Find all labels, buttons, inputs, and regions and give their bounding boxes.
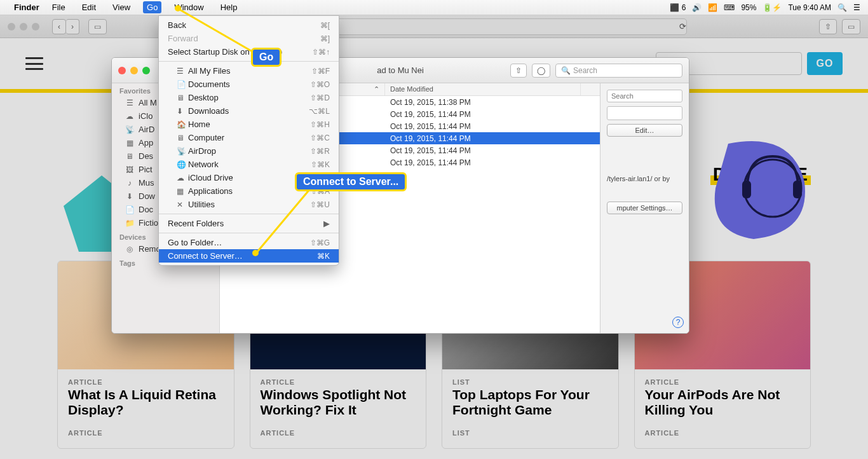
reload-icon[interactable]: ⟳ — [679, 22, 686, 31]
card-title: What Is A Liquid Retina Display? — [68, 387, 224, 418]
sidebar-icon: 📁 — [125, 219, 135, 228]
adobe-icon[interactable]: ⬛ 6 — [670, 3, 686, 12]
card-tag: ARTICLE — [645, 429, 801, 437]
safari-forward-button[interactable]: › — [66, 19, 79, 34]
tags-button[interactable]: ◯ — [532, 64, 550, 78]
place-icon: ☁ — [177, 174, 188, 182]
go-dropdown-menu: Back⌘[Forward⌘]Select Startup Disk on De… — [158, 15, 339, 266]
hamburger-icon[interactable] — [25, 57, 43, 70]
tabs-button[interactable]: ▭ — [842, 19, 860, 34]
svg-rect-1 — [742, 181, 751, 198]
card-tag: LIST — [452, 378, 608, 386]
svg-rect-2 — [793, 181, 802, 198]
sidebar-icon: 📡 — [125, 125, 135, 134]
share-button[interactable]: ⇧ — [819, 19, 837, 34]
finder-search-input[interactable]: 🔍Search — [555, 64, 682, 78]
place-icon: ⬇ — [177, 107, 188, 116]
share-button[interactable]: ⇧ — [510, 64, 527, 78]
clock[interactable]: Tue 9:40 AM — [788, 3, 831, 12]
sidebar-icon: 📄 — [125, 205, 135, 214]
place-icon: 📄 — [177, 80, 188, 89]
afp-path: /tylers-air.lan1/ or by — [607, 175, 682, 182]
menu-downloads[interactable]: ⬇Downloads⌥⌘L — [159, 104, 339, 118]
safari-traffic-lights[interactable] — [8, 23, 39, 31]
menu-computer[interactable]: 🖥Computer⇧⌘C — [159, 131, 339, 144]
menu-utilities[interactable]: ✕Utilities⇧⌘U — [159, 198, 339, 211]
menu-select-startup-disk-on-desktop[interactable]: Select Startup Disk on Desktop⇧⌘↑ — [159, 45, 339, 58]
sidebar-icon: ☰ — [125, 99, 135, 107]
app-name[interactable]: Finder — [14, 3, 39, 12]
menu-airdrop[interactable]: 📡AirDrop⇧⌘R — [159, 144, 339, 158]
finder-right-pane: Edit… /tylers-air.lan1/ or by mputer Set… — [600, 83, 689, 333]
col-date[interactable]: Date Modified — [385, 83, 581, 95]
finder-traffic-lights[interactable] — [118, 67, 150, 74]
wifi-icon[interactable]: 📶 — [708, 3, 717, 12]
place-icon: 🌐 — [177, 160, 188, 169]
pane-search-input[interactable] — [607, 90, 682, 102]
sidebar-icon: ♪ — [125, 179, 135, 188]
card-tag: ARTICLE — [261, 378, 416, 386]
callout-dot — [175, 5, 181, 11]
menu-separator — [159, 61, 339, 62]
lw-go-button[interactable]: GO — [807, 52, 843, 75]
card-tag: ARTICLE — [261, 429, 416, 437]
menu-back[interactable]: Back⌘[ — [159, 18, 339, 32]
menu-go[interactable]: Go — [143, 1, 161, 13]
menu-documents[interactable]: 📄Documents⇧⌘O — [159, 78, 339, 91]
card-tag: LIST — [452, 429, 608, 437]
sidebar-icon: ▦ — [125, 139, 135, 147]
menu-connect-to-server[interactable]: Connect to Server…⌘K — [159, 249, 339, 263]
notifications-icon[interactable]: ☰ — [853, 3, 860, 12]
sidebar-icon: ⬇ — [125, 192, 135, 201]
card-tag: ARTICLE — [68, 429, 224, 437]
card-title: Your AirPods Are Not Killing You — [645, 387, 801, 418]
sidebar-icon: 🖼 — [125, 165, 135, 174]
callout-connect-to-server: Connect to Server... — [295, 172, 407, 191]
card-tag: ARTICLE — [68, 378, 224, 386]
card-title: Top Laptops For Your Fortnight Game — [452, 387, 608, 418]
place-icon: ✕ — [177, 200, 188, 209]
place-icon: 🖥 — [177, 134, 188, 142]
sidebar-icon: 🖥 — [125, 152, 135, 161]
menu-file[interactable]: File — [48, 1, 69, 13]
menu-separator — [159, 233, 339, 233]
finder-title: ad to Mu Nei — [377, 65, 424, 75]
keyboard-icon[interactable]: ⌨ — [724, 3, 735, 12]
place-icon: 🖥 — [177, 93, 188, 102]
help-button[interactable]: ? — [672, 317, 684, 328]
computer-settings-button[interactable]: mputer Settings… — [607, 202, 682, 214]
place-icon: ▦ — [177, 187, 188, 196]
menu-help[interactable]: Help — [217, 1, 241, 13]
menu-forward[interactable]: Forward⌘] — [159, 32, 339, 45]
menu-recent-folders[interactable]: Recent Folders▶ — [159, 217, 339, 230]
card-title: Windows Spotlight Not Working? Fix It — [261, 387, 416, 418]
menu-home[interactable]: 🏠Home⇧⌘H — [159, 118, 339, 131]
chevron-right-icon: ▶ — [323, 219, 330, 228]
macos-menubar: Finder File Edit View Go Window Help ⬛ 6… — [0, 0, 868, 15]
menu-network[interactable]: 🌐Network⇧⌘K — [159, 158, 339, 171]
callout-dot — [252, 250, 259, 256]
menu-separator — [159, 214, 339, 214]
menu-all-my-files[interactable]: ☰All My Files⇧⌘F — [159, 64, 339, 78]
battery-pct: 95% — [741, 3, 756, 12]
sidebar-toggle-button[interactable]: ▭ — [88, 19, 107, 34]
battery-icon[interactable]: 🔋⚡ — [763, 3, 782, 12]
menu-desktop[interactable]: 🖥Desktop⇧⌘D — [159, 91, 339, 104]
callout-go: Go — [251, 48, 281, 67]
search-icon: 🔍 — [561, 66, 571, 75]
sidebar-icon: ☁ — [125, 112, 135, 121]
headphones-illustration — [703, 131, 817, 245]
edit-button[interactable]: Edit… — [607, 124, 682, 137]
menu-edit[interactable]: Edit — [78, 1, 100, 13]
spotlight-icon[interactable]: 🔍 — [837, 3, 847, 12]
place-icon: 🏠 — [177, 120, 188, 129]
disc-icon: ◎ — [125, 245, 135, 254]
menu-view[interactable]: View — [109, 1, 134, 13]
card-tag: ARTICLE — [645, 378, 801, 386]
safari-back-button[interactable]: ‹ — [52, 19, 66, 34]
menu-go-to-folder[interactable]: Go to Folder…⇧⌘G — [159, 236, 339, 249]
safari-toolbar: ‹ › ▭ 🔒 lifewire.com ⟳ ⇧ ▭ — [0, 15, 868, 38]
pane-field[interactable] — [607, 106, 682, 120]
volume-icon[interactable]: 🔊 — [692, 3, 702, 12]
place-icon: 📡 — [177, 147, 188, 156]
